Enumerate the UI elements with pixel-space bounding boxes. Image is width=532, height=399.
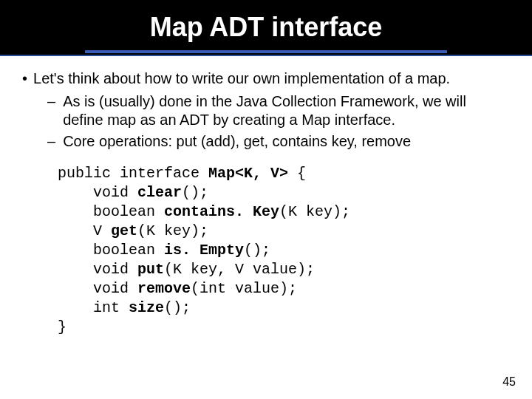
- code-bold: get: [111, 222, 137, 239]
- code-bold: put: [137, 261, 164, 278]
- code-bold: contains. Key: [164, 203, 279, 220]
- code-text: ();: [244, 242, 270, 259]
- code-block: public interface Map<K, V> { void clear(…: [58, 164, 510, 337]
- content-area: • Let's think about how to write our own…: [0, 56, 532, 337]
- bullet-dash-icon: –: [47, 92, 63, 129]
- code-text: V: [58, 222, 111, 239]
- code-text: (K key);: [279, 203, 350, 220]
- code-text: }: [58, 318, 66, 335]
- title-underline: [85, 50, 447, 53]
- title-bar: Map ADT interface: [0, 0, 532, 56]
- code-text: (K key);: [137, 222, 208, 239]
- code-text: {: [288, 165, 306, 182]
- code-text: int: [58, 299, 129, 316]
- code-bold: size: [129, 299, 164, 316]
- bullet-main: • Let's think about how to write our own…: [22, 69, 510, 88]
- slide-title: Map ADT interface: [150, 12, 383, 43]
- bullet-sub: – Core operations: put (add), get, conta…: [47, 132, 510, 151]
- code-text: (K key, V value);: [164, 261, 315, 278]
- code-bold: is. Empty: [164, 242, 244, 259]
- code-text: (int value);: [191, 280, 297, 297]
- code-text: ();: [164, 299, 191, 316]
- page-number: 45: [502, 375, 516, 389]
- code-bold: clear: [137, 184, 182, 201]
- code-text: boolean: [58, 242, 164, 259]
- bullet-sub-text: As is (usually) done in the Java Collect…: [63, 92, 510, 129]
- sub-bullet-list: – As is (usually) done in the Java Colle…: [47, 92, 510, 151]
- bullet-sub: – As is (usually) done in the Java Colle…: [47, 92, 510, 129]
- bullet-sub-text: Core operations: put (add), get, contain…: [63, 132, 411, 151]
- code-text: boolean: [58, 203, 164, 220]
- code-text: void: [58, 280, 137, 297]
- code-text: ();: [182, 184, 208, 201]
- code-text: public interface: [58, 165, 208, 182]
- bullet-main-text: Let's think about how to write our own i…: [33, 69, 450, 88]
- code-bold: Map<K, V>: [208, 165, 288, 182]
- code-text: void: [58, 184, 137, 201]
- code-text: void: [58, 261, 137, 278]
- bullet-dot-icon: •: [22, 69, 33, 88]
- code-bold: remove: [137, 280, 191, 297]
- bullet-dash-icon: –: [47, 132, 63, 151]
